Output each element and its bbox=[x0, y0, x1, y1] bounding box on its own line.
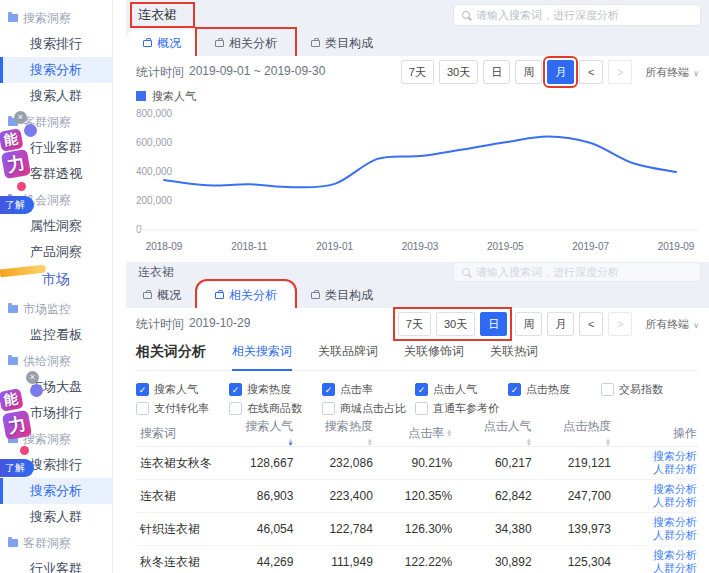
subtab[interactable]: 关联品牌词 bbox=[318, 343, 378, 370]
sidebar-item[interactable]: 供给洞察 bbox=[0, 348, 112, 374]
table-column-header[interactable]: 点击热度 bbox=[558, 418, 637, 449]
subtab[interactable]: 关联修饰词 bbox=[404, 343, 464, 370]
chevron-down-icon bbox=[693, 66, 699, 78]
sidebar-item-label: 搜索排行 bbox=[30, 457, 82, 472]
search-analysis-link[interactable]: 搜索分析 bbox=[653, 483, 697, 496]
column-label: 点击率 bbox=[408, 426, 444, 440]
search-input[interactable] bbox=[476, 9, 692, 21]
tab[interactable]: 概况 bbox=[126, 282, 198, 308]
promo-cta-button[interactable]: 了解 bbox=[0, 459, 34, 477]
promo-text-1: 能 bbox=[0, 128, 24, 152]
range-button[interactable]: 30天 bbox=[439, 60, 478, 84]
svg-text:600,000: 600,000 bbox=[136, 137, 173, 148]
terminal-dropdown[interactable]: 所有终端 bbox=[645, 65, 699, 80]
cell-actions: 搜索分析 人群分析 bbox=[637, 483, 699, 509]
checkbox-item[interactable]: 支付转化率 bbox=[136, 399, 229, 418]
promo-close-icon[interactable]: × bbox=[26, 371, 39, 384]
sidebar-item-label: 搜索分析 bbox=[30, 62, 82, 77]
range-button[interactable]: 日 bbox=[483, 60, 510, 84]
sidebar-item[interactable]: 搜索人群 bbox=[0, 504, 112, 530]
sidebar-item[interactable]: 产品洞察 bbox=[0, 239, 112, 265]
sidebar-item[interactable]: 客群洞察 bbox=[0, 530, 112, 556]
keyword-search-box[interactable] bbox=[453, 262, 701, 282]
table-body: 连衣裙女秋冬 128,667 232,086 90.21% 60,217 219… bbox=[136, 447, 699, 573]
checkbox-item[interactable]: 交易指数 bbox=[601, 380, 694, 399]
sidebar-item-label: 搜索洞察 bbox=[23, 11, 71, 25]
search-input[interactable] bbox=[476, 266, 692, 278]
tab[interactable]: 类目构成 bbox=[294, 282, 390, 308]
keyword-search-box[interactable] bbox=[453, 4, 701, 26]
checkbox-item[interactable]: 点击率 bbox=[322, 380, 415, 399]
next-period-button[interactable]: > bbox=[608, 312, 632, 336]
search-analysis-link[interactable]: 搜索分析 bbox=[653, 450, 697, 463]
table-column-header[interactable]: 搜索词 bbox=[136, 425, 240, 442]
sort-icon bbox=[526, 438, 532, 446]
checkbox-icon bbox=[229, 402, 242, 415]
checkbox-label: 支付转化率 bbox=[154, 401, 209, 416]
promo-dot-decoration bbox=[20, 446, 29, 455]
sort-icon bbox=[367, 438, 373, 446]
crowd-analysis-link[interactable]: 人群分析 bbox=[653, 463, 697, 476]
category-bag-icon bbox=[311, 40, 320, 47]
subtab[interactable]: 关联热词 bbox=[490, 343, 538, 370]
crowd-analysis-link[interactable]: 人群分析 bbox=[653, 496, 697, 509]
prev-period-button[interactable]: < bbox=[579, 312, 603, 336]
terminal-dropdown[interactable]: 所有终端 bbox=[645, 317, 699, 332]
stat-time: 统计时间 2019-09-01 ~ 2019-09-30 bbox=[136, 64, 325, 81]
checkbox-item[interactable]: 直通车参考价 bbox=[415, 399, 508, 418]
range-controls: 7天 30天 日 周 月 < > 所有终端 bbox=[401, 60, 699, 84]
sidebar-item[interactable]: 搜索人群 bbox=[0, 83, 112, 109]
sidebar-item[interactable]: 监控看板 bbox=[0, 322, 112, 348]
search-icon bbox=[462, 268, 470, 276]
table-row: 连衣裙 86,903 223,400 120.35% 62,842 247,70… bbox=[136, 480, 699, 513]
range-button[interactable]: 日 bbox=[480, 312, 507, 336]
tab[interactable]: 相关分析 bbox=[198, 282, 294, 308]
crowd-analysis-link[interactable]: 人群分析 bbox=[653, 529, 697, 542]
next-period-button[interactable]: > bbox=[608, 60, 632, 84]
sidebar-item[interactable]: 行业客群 bbox=[0, 556, 112, 573]
search-analysis-link[interactable]: 搜索分析 bbox=[653, 549, 697, 562]
checkbox-item[interactable]: 商城点击占比 bbox=[322, 399, 415, 418]
range-button[interactable]: 月 bbox=[547, 60, 574, 84]
range-button[interactable]: 周 bbox=[515, 312, 542, 336]
search-analysis-link[interactable]: 搜索分析 bbox=[653, 516, 697, 529]
legend-swatch bbox=[136, 91, 146, 101]
sidebar-item[interactable]: 市场监控 bbox=[0, 296, 112, 322]
column-label: 搜索热度 bbox=[325, 419, 373, 433]
sidebar-item[interactable]: 属性洞察 bbox=[0, 213, 112, 239]
table-column-header[interactable]: 操作 bbox=[637, 425, 699, 442]
tab[interactable]: 类目构成 bbox=[294, 30, 390, 56]
sidebar-item-label: 客群透视 bbox=[30, 166, 82, 181]
subtab[interactable]: 相关搜索词 bbox=[232, 343, 292, 370]
checkbox-item[interactable]: 点击人气 bbox=[415, 380, 508, 399]
range-button[interactable]: 月 bbox=[547, 312, 574, 336]
sidebar-item[interactable]: 搜索分析 bbox=[0, 57, 112, 83]
column-label: 操作 bbox=[673, 426, 697, 440]
prev-period-button[interactable]: < bbox=[579, 60, 603, 84]
tab[interactable]: 概况 bbox=[126, 30, 198, 56]
sidebar-item[interactable]: 搜索排行 bbox=[0, 31, 112, 57]
range-button[interactable]: 7天 bbox=[398, 312, 431, 336]
cell-click-rate: 126.30% bbox=[399, 522, 478, 536]
checkbox-item[interactable]: 在线商品数 bbox=[229, 399, 322, 418]
range-button[interactable]: 7天 bbox=[401, 60, 434, 84]
promo-close-icon[interactable]: × bbox=[14, 111, 27, 124]
folder-icon bbox=[8, 539, 18, 547]
range-button[interactable]: 30天 bbox=[436, 312, 475, 336]
checkbox-item[interactable]: 搜索热度 bbox=[229, 380, 322, 399]
promo-text-2: 力 bbox=[2, 410, 32, 440]
table-row: 连衣裙女秋冬 128,667 232,086 90.21% 60,217 219… bbox=[136, 447, 699, 480]
bottom-panel-body: 统计时间 2019-10-29 7天 30天 日 bbox=[126, 308, 709, 573]
sidebar-item[interactable]: 搜索分析 bbox=[0, 478, 112, 504]
checkbox-item[interactable]: 搜索人气 bbox=[136, 380, 229, 399]
tab[interactable]: 相关分析 bbox=[198, 30, 294, 56]
table-column-header[interactable]: 搜索热度 bbox=[319, 418, 398, 449]
table-column-header[interactable]: 点击人气 bbox=[478, 418, 557, 449]
range-button[interactable]: 周 bbox=[515, 60, 542, 84]
table-column-header[interactable]: 搜索人气 bbox=[240, 418, 319, 449]
table-column-header[interactable]: 点击率 bbox=[399, 425, 478, 442]
sidebar-item[interactable]: 搜索洞察 bbox=[0, 5, 112, 31]
checkbox-item[interactable]: 点击热度 bbox=[508, 380, 601, 399]
crowd-analysis-link[interactable]: 人群分析 bbox=[653, 562, 697, 573]
promo-cta-button[interactable]: 了解 bbox=[0, 196, 34, 214]
